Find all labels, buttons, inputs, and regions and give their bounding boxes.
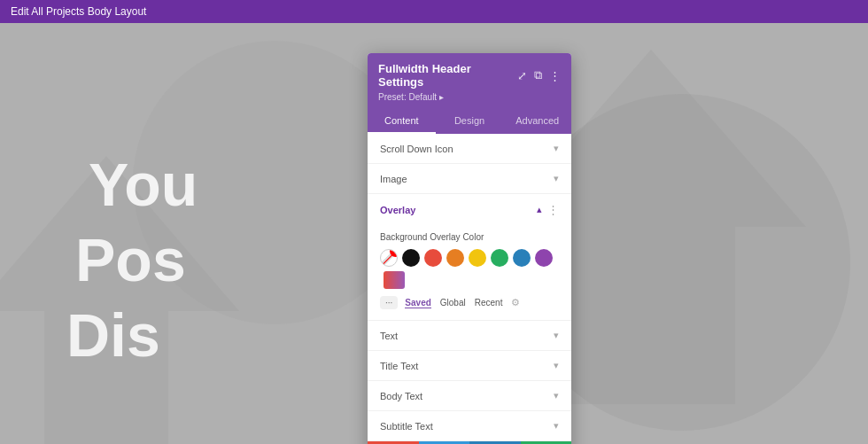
panel-title: Fullwidth Header Settings [378,62,517,89]
tab-content[interactable]: Content [368,109,436,134]
bg-overlay-color-label: Background Overlay Color [380,232,559,242]
section-title-text-label: Title Text [380,361,418,371]
color-picker-area: Background Overlay Color 1 [368,225,571,320]
badge-1: 1 [390,249,398,257]
more-button[interactable]: ··· [380,296,398,309]
canvas-text-dis: Dis [66,302,160,369]
section-text-label: Text [380,331,398,341]
body-text-chevron [554,390,559,401]
overlay-chevron-up [537,204,542,215]
saved-tab-saved[interactable]: Saved [405,298,430,308]
title-text-chevron [554,360,559,371]
section-image[interactable]: Image [368,164,571,194]
panel-header-icons: ⤢ ⧉ ⋮ [517,68,561,82]
panel-title-row: Fullwidth Header Settings ⤢ ⧉ ⋮ [378,62,561,89]
overlay-header-icons: ⋮ [537,203,559,216]
section-subtitle-text[interactable]: Subtitle Text [368,411,571,441]
section-scroll-down-icon-label: Scroll Down Icon [380,144,453,154]
saved-tab-global[interactable]: Global [440,298,466,308]
scroll-down-icon-chevron [554,143,559,154]
saved-tabs: Saved Global Recent ⚙ [405,297,520,308]
panel-preset[interactable]: Preset: Default ▸ [378,92,561,102]
overlay-section: Overlay ⋮ Background Overlay Color 1 [368,194,571,321]
canvas-text-pos: Pos [75,227,186,293]
canvas-text-you: You [89,152,198,218]
swatch-green[interactable] [491,249,508,267]
overlay-more-icon[interactable]: ⋮ [547,203,559,216]
text-chevron [554,330,559,341]
section-body-text[interactable]: Body Text [368,381,571,411]
swatch-red[interactable] [424,249,442,267]
top-bar: Edit All Projects Body Layout [0,0,868,23]
section-title-text[interactable]: Title Text [368,351,571,381]
swatch-blue[interactable] [513,249,531,267]
color-swatch-row: 1 [380,249,559,289]
section-scroll-down-icon[interactable]: Scroll Down Icon [368,134,571,164]
overlay-label: Overlay [380,205,415,215]
overlay-header[interactable]: Overlay ⋮ [368,194,571,225]
swatch-transparent[interactable]: 1 [380,249,398,267]
tab-advanced[interactable]: Advanced [503,109,571,134]
swatch-orange[interactable] [446,249,464,267]
panel-header: Fullwidth Header Settings ⤢ ⧉ ⋮ Preset: … [368,53,571,109]
expand-icon[interactable]: ⤢ [517,69,527,82]
panel-tabs: Content Design Advanced [368,109,571,134]
section-body-text-label: Body Text [380,391,422,401]
more-options-icon[interactable]: ⋮ [549,69,561,82]
image-chevron [554,173,559,184]
gradient-bar[interactable] [384,271,405,289]
saved-tab-recent[interactable]: Recent [475,298,503,308]
swatch-black[interactable] [402,249,420,267]
section-text[interactable]: Text [368,321,571,351]
gear-icon[interactable]: ⚙ [511,297,520,308]
settings-panel: Fullwidth Header Settings ⤢ ⧉ ⋮ Preset: … [368,53,571,444]
saved-tab-row: ··· Saved Global Recent ⚙ [380,296,559,309]
panel-body: Scroll Down Icon Image Overlay ⋮ Backgro… [368,134,571,441]
top-bar-label: Edit All Projects Body Layout [11,5,146,18]
swatch-yellow[interactable] [469,249,486,267]
duplicate-icon[interactable]: ⧉ [534,68,542,82]
section-image-label: Image [380,174,407,184]
section-subtitle-text-label: Subtitle Text [380,421,433,432]
tab-design[interactable]: Design [436,109,504,134]
subtitle-text-chevron [554,420,559,432]
swatch-purple[interactable] [535,249,553,267]
